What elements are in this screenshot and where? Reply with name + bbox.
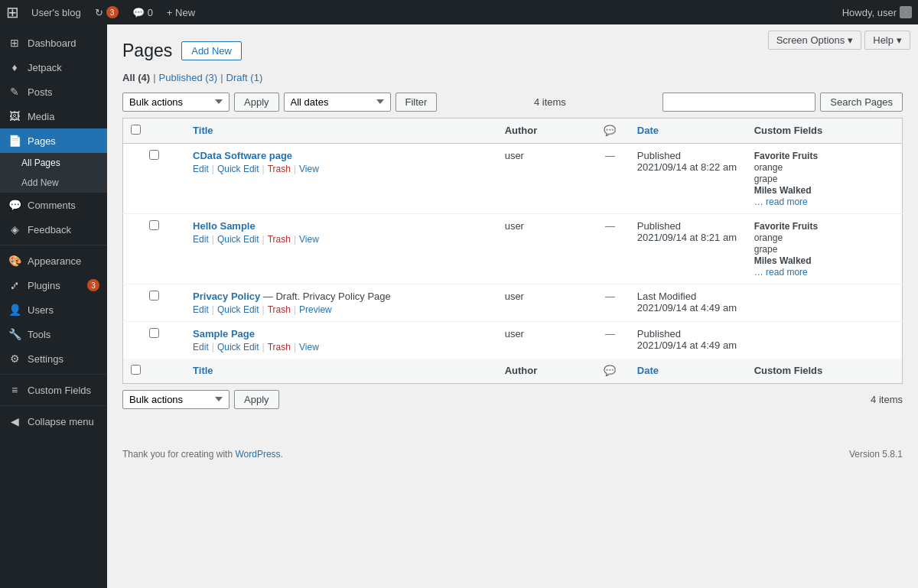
select-all-checkbox-bottom[interactable] bbox=[131, 365, 141, 375]
filter-draft-link[interactable]: Draft (1) bbox=[226, 72, 263, 83]
row-comments-cell-2: — bbox=[591, 213, 630, 284]
row-title-link-3[interactable]: Privacy Policy — Draft. Privacy Policy P… bbox=[193, 291, 391, 302]
filter-button[interactable]: Filter bbox=[396, 93, 438, 112]
row-date-cell-4: Published 2021/09/14 at 4:49 am bbox=[630, 321, 747, 359]
sidebar-label-plugins: Plugins bbox=[28, 280, 60, 291]
search-pages-button[interactable]: Search Pages bbox=[820, 93, 903, 112]
sidebar-item-custom-fields[interactable]: ≡ Custom Fields bbox=[0, 378, 107, 402]
adminbar-site[interactable]: User's blog bbox=[25, 0, 87, 24]
bulk-actions-select-bottom[interactable]: Bulk actions Edit Move to Trash bbox=[122, 390, 230, 409]
select-all-checkbox-top[interactable] bbox=[131, 125, 141, 135]
comments-dash-3: — bbox=[605, 291, 615, 302]
row-author-cell-2: user bbox=[497, 213, 591, 284]
sidebar-item-settings[interactable]: ⚙ Settings bbox=[0, 346, 107, 371]
sidebar-item-users[interactable]: 👤 Users bbox=[0, 297, 107, 322]
row-comments-cell-4: — bbox=[591, 321, 630, 359]
sidebar-item-comments[interactable]: 💬 Comments bbox=[0, 193, 107, 217]
quick-edit-link-2[interactable]: Quick Edit bbox=[217, 234, 259, 245]
row-title-cell-2: Hello Sample Edit | Quick Edit | Trash |… bbox=[185, 213, 497, 284]
quick-edit-link-3[interactable]: Quick Edit bbox=[217, 304, 259, 315]
filter-sep-1: | bbox=[153, 72, 155, 83]
trash-link-3[interactable]: Trash bbox=[268, 304, 291, 315]
sidebar-item-appearance[interactable]: 🎨 Appearance bbox=[0, 249, 107, 273]
add-new-button[interactable]: Add New bbox=[181, 41, 242, 60]
pages-icon: 📄 bbox=[8, 135, 21, 147]
sort-date-link-bottom[interactable]: Date bbox=[637, 365, 659, 376]
sort-date-link[interactable]: Date bbox=[637, 125, 659, 136]
bulk-actions-select-top[interactable]: Bulk actions Edit Move to Trash bbox=[122, 93, 230, 112]
row-checkbox-4 bbox=[123, 321, 186, 359]
sidebar-item-jetpack[interactable]: ♦ Jetpack bbox=[0, 55, 107, 80]
published-count: 3 bbox=[209, 72, 214, 83]
sidebar-collapse-menu[interactable]: ◀ Collapse menu bbox=[0, 409, 107, 434]
menu-separator-1 bbox=[0, 245, 107, 245]
wordpress-link[interactable]: WordPress bbox=[235, 449, 280, 460]
sidebar-item-plugins[interactable]: ⑇ Plugins 3 bbox=[0, 273, 107, 297]
sidebar-item-pages[interactable]: 📄 Pages bbox=[0, 128, 107, 153]
row-date-cell-1: Published 2021/09/14 at 8:22 am bbox=[630, 143, 747, 213]
table-body: CData Software page Edit | Quick Edit | … bbox=[123, 143, 903, 359]
row-select-checkbox-1[interactable] bbox=[149, 150, 159, 160]
filter-all-link[interactable]: All (4) bbox=[122, 72, 150, 83]
wp-footer: Thank you for creating with WordPress. V… bbox=[122, 440, 903, 469]
search-input[interactable] bbox=[662, 93, 815, 112]
trash-link-2[interactable]: Trash bbox=[268, 234, 291, 245]
sidebar-label-pages: Pages bbox=[28, 135, 56, 147]
adminbar-comments[interactable]: 💬 0 bbox=[126, 0, 159, 24]
preview-link-3[interactable]: Preview bbox=[299, 304, 332, 315]
read-more-link-2[interactable]: … read more bbox=[754, 267, 808, 278]
row-actions-3: Edit | Quick Edit | Trash | Preview bbox=[193, 304, 490, 315]
row-title-link-4[interactable]: Sample Page bbox=[193, 328, 255, 339]
sidebar-item-media[interactable]: 🖼 Media bbox=[0, 104, 107, 128]
apply-button-bottom[interactable]: Apply bbox=[234, 390, 279, 409]
page-title: Pages bbox=[122, 40, 172, 63]
appearance-icon: 🎨 bbox=[8, 255, 21, 267]
adminbar-new[interactable]: + New bbox=[161, 0, 201, 24]
sidebar-item-posts[interactable]: ✎ Posts bbox=[0, 80, 107, 104]
header-author-col: Author bbox=[497, 118, 591, 143]
sidebar-item-dashboard[interactable]: ⊞ Dashboard bbox=[0, 31, 107, 55]
row-title-cell-3: Privacy Policy — Draft. Privacy Policy P… bbox=[185, 284, 497, 321]
quick-edit-link-1[interactable]: Quick Edit bbox=[217, 164, 259, 174]
sidebar-label-custom-fields: Custom Fields bbox=[28, 385, 91, 396]
sidebar-label-jetpack: Jetpack bbox=[28, 62, 62, 73]
view-link-2[interactable]: View bbox=[299, 234, 319, 245]
title-col-label-bottom: Title bbox=[193, 365, 213, 376]
add-new-page-label: Add New bbox=[21, 177, 59, 188]
adminbar-updates[interactable]: ↻ 3 bbox=[89, 0, 125, 24]
trash-link-4[interactable]: Trash bbox=[268, 342, 291, 352]
quick-edit-link-4[interactable]: Quick Edit bbox=[217, 342, 259, 352]
date-status-1: Published bbox=[637, 150, 681, 161]
row-select-checkbox-2[interactable] bbox=[149, 220, 159, 230]
filter-published-link[interactable]: Published (3) bbox=[159, 72, 218, 83]
row-select-checkbox-4[interactable] bbox=[149, 328, 159, 338]
sort-title-link[interactable]: Title bbox=[193, 125, 213, 136]
sidebar-item-all-pages[interactable]: All Pages bbox=[0, 153, 107, 173]
sidebar-item-feedback[interactable]: ◈ Feedback bbox=[0, 217, 107, 242]
apply-button-top[interactable]: Apply bbox=[234, 93, 279, 112]
trash-link-1[interactable]: Trash bbox=[268, 164, 291, 174]
sort-title-link-bottom[interactable]: Title bbox=[193, 365, 213, 376]
edit-link-3[interactable]: Edit bbox=[193, 304, 209, 315]
date-filter-select[interactable]: All dates September 2021 bbox=[284, 93, 391, 112]
view-link-1[interactable]: View bbox=[299, 164, 319, 174]
screen-options-button[interactable]: Screen Options ▾ bbox=[768, 31, 862, 50]
view-link-4[interactable]: View bbox=[299, 342, 319, 352]
edit-link-2[interactable]: Edit bbox=[193, 234, 209, 245]
edit-link-4[interactable]: Edit bbox=[193, 342, 209, 352]
user-avatar bbox=[900, 6, 912, 18]
sidebar-item-add-new-page[interactable]: Add New bbox=[0, 173, 107, 193]
help-button[interactable]: Help ▾ bbox=[864, 31, 910, 50]
row-select-checkbox-3[interactable] bbox=[149, 291, 159, 300]
sidebar-item-tools[interactable]: 🔧 Tools bbox=[0, 322, 107, 346]
read-more-link-1[interactable]: … read more bbox=[754, 197, 808, 207]
row-title-link-1[interactable]: CData Software page bbox=[193, 150, 292, 161]
date-value-4: 2021/09/14 at 4:49 am bbox=[637, 339, 737, 351]
comments-col-icon: 💬 bbox=[604, 125, 616, 136]
cf-val-2-1: orange bbox=[754, 232, 783, 243]
edit-link-1[interactable]: Edit bbox=[193, 164, 209, 174]
table-row: Privacy Policy — Draft. Privacy Policy P… bbox=[123, 284, 903, 321]
wp-logo-icon[interactable]: ⊞ bbox=[6, 3, 19, 21]
row-title-text-3: Privacy Policy bbox=[193, 291, 260, 302]
row-title-link-2[interactable]: Hello Sample bbox=[193, 220, 256, 232]
